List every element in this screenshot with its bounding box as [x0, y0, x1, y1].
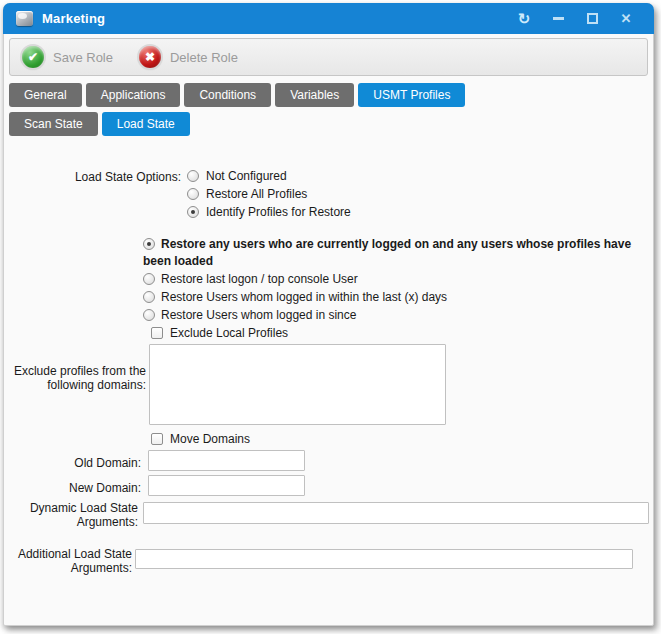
old-domain-label: Old Domain:: [4, 456, 141, 470]
refresh-button[interactable]: ↻: [514, 9, 534, 29]
tab-variables[interactable]: Variables: [275, 83, 354, 107]
tab-load-state-label: Load State: [117, 117, 175, 131]
main-tabs: General Applications Conditions Variable…: [9, 83, 465, 107]
tab-usmt-profiles[interactable]: USMT Profiles: [358, 83, 465, 107]
marketing-window: Marketing ↻ ✕ ✔ Save Role: [3, 3, 654, 626]
tab-scan-state[interactable]: Scan State: [9, 112, 98, 136]
tab-applications[interactable]: Applications: [86, 83, 181, 107]
exclude-domains-label: Exclude profiles from the following doma…: [4, 364, 146, 392]
tab-scan-state-label: Scan State: [24, 117, 83, 131]
checkbox-label: Move Domains: [170, 432, 250, 446]
radio-option-restore-since[interactable]: Restore Users whom logged in since: [143, 307, 645, 324]
radio-option-restore-last-logon[interactable]: Restore last logon / top console User: [143, 271, 645, 288]
radio-label: Restore All Profiles: [206, 187, 307, 201]
maximize-button[interactable]: [582, 9, 602, 29]
tab-conditions-label: Conditions: [199, 88, 256, 102]
radio-icon: [143, 291, 155, 303]
usmt-subtabs: Scan State Load State: [9, 112, 190, 136]
minimize-button[interactable]: [548, 9, 568, 29]
additional-args-label: Additional Load State Arguments:: [4, 547, 132, 575]
radio-option-identify-profiles[interactable]: Identify Profiles for Restore: [187, 203, 351, 221]
dynamic-args-label-line2: Arguments:: [4, 515, 138, 529]
radio-label: Restore Users whom logged in since: [161, 308, 356, 322]
load-state-options-group: Not Configured Restore All Profiles Iden…: [187, 167, 351, 221]
tab-load-state[interactable]: Load State: [102, 112, 190, 136]
additional-args-label-line1: Additional Load State: [4, 547, 132, 561]
new-domain-input[interactable]: [148, 475, 305, 496]
screen: Marketing ↻ ✕ ✔ Save Role: [0, 0, 661, 634]
tab-general[interactable]: General: [9, 83, 82, 107]
tab-general-label: General: [24, 88, 67, 102]
checkbox-label: Exclude Local Profiles: [170, 326, 288, 340]
save-role-button[interactable]: ✔ Save Role: [22, 46, 113, 68]
radio-label: Not Configured: [206, 169, 287, 183]
radio-option-restore-all-profiles[interactable]: Restore All Profiles: [187, 185, 351, 203]
tab-applications-label: Applications: [101, 88, 166, 102]
exclude-local-profiles-checkbox[interactable]: Exclude Local Profiles: [151, 324, 288, 342]
tab-conditions[interactable]: Conditions: [184, 83, 271, 107]
titlebar: Marketing ↻ ✕: [3, 3, 654, 34]
additional-load-state-arguments-input[interactable]: [135, 549, 633, 569]
new-domain-label: New Domain:: [4, 481, 141, 495]
radio-label: Restore last logon / top console User: [161, 272, 358, 286]
restore-options-group: Restore any users who are currently logg…: [143, 236, 645, 325]
move-domains-checkbox[interactable]: Move Domains: [151, 430, 250, 448]
radio-option-restore-logged-on-users[interactable]: Restore any users who are currently logg…: [143, 236, 645, 270]
check-circle-icon: ✔: [22, 46, 44, 68]
additional-args-label-line2: Arguments:: [4, 561, 132, 575]
radio-icon-selected: [143, 238, 155, 250]
radio-icon-selected: [187, 206, 199, 218]
radio-label: Identify Profiles for Restore: [206, 205, 351, 219]
maximize-icon: [587, 13, 598, 24]
toolbar: ✔ Save Role ✖ Delete Role: [9, 38, 648, 76]
load-state-panel: Load State Options: Not Configured Resto…: [4, 138, 653, 625]
dynamic-args-label: Dynamic Load State Arguments:: [4, 501, 138, 529]
save-role-label: Save Role: [53, 50, 113, 65]
load-state-options-label: Load State Options:: [4, 170, 181, 184]
minimize-icon: [553, 17, 564, 20]
window-controls: ↻ ✕: [514, 9, 644, 29]
delete-role-label: Delete Role: [170, 50, 238, 65]
radio-icon: [187, 188, 199, 200]
radio-option-not-configured[interactable]: Not Configured: [187, 167, 351, 185]
radio-label: Restore any users who are currently logg…: [143, 237, 631, 268]
radio-label: Restore Users whom logged in within the …: [161, 290, 447, 304]
radio-option-restore-last-x-days[interactable]: Restore Users whom logged in within the …: [143, 289, 645, 306]
x-circle-icon: ✖: [139, 46, 161, 68]
delete-role-button[interactable]: ✖ Delete Role: [139, 46, 238, 68]
app-icon: [16, 11, 33, 26]
old-domain-input[interactable]: [148, 450, 305, 471]
radio-icon: [143, 309, 155, 321]
window-title: Marketing: [42, 11, 105, 26]
refresh-icon: ↻: [518, 11, 531, 26]
radio-icon: [187, 170, 199, 182]
checkbox-icon: [151, 327, 163, 339]
dynamic-args-label-line1: Dynamic Load State: [4, 501, 138, 515]
exclude-domains-textarea[interactable]: [149, 344, 446, 425]
dynamic-load-state-arguments-input[interactable]: [143, 502, 649, 524]
radio-icon: [143, 273, 155, 285]
tab-variables-label: Variables: [290, 88, 339, 102]
tab-usmt-profiles-label: USMT Profiles: [373, 88, 450, 102]
close-button[interactable]: ✕: [616, 9, 636, 29]
close-icon: ✕: [621, 12, 632, 25]
checkbox-icon: [151, 433, 163, 445]
